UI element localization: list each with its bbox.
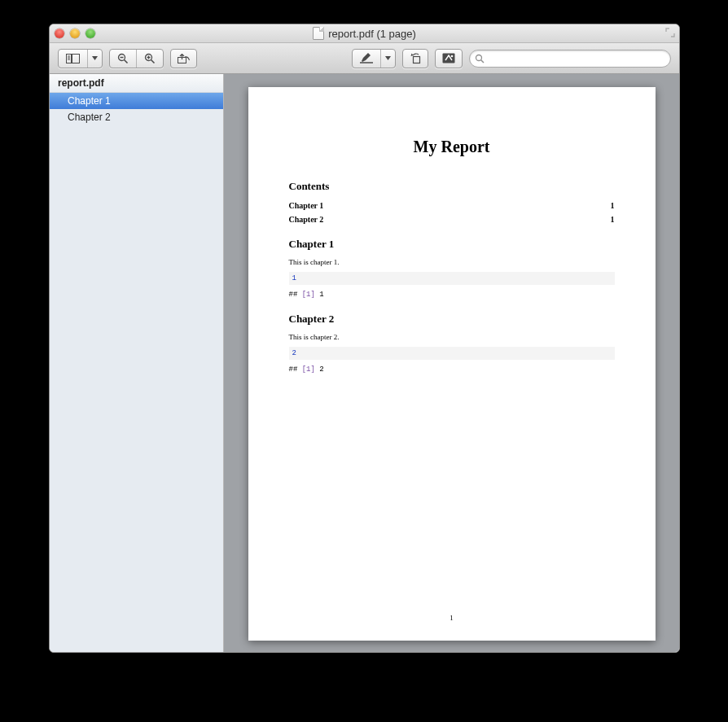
window-title-text: report.pdf (1 page) <box>328 28 416 40</box>
toc-row: Chapter 2 1 <box>289 214 615 225</box>
toc-label: Chapter 2 <box>289 214 324 225</box>
traffic-lights <box>55 28 95 38</box>
chapter-text: This is chapter 1. <box>289 257 615 267</box>
zoom-out-button[interactable] <box>110 50 137 68</box>
output-value: 2 <box>315 365 324 374</box>
outline-item-label: Chapter 1 <box>68 95 111 107</box>
outline-sidebar: report.pdf Chapter 1 Chapter 2 <box>50 74 224 652</box>
output-prefix: ## <box>289 291 302 299</box>
rotate-button[interactable] <box>402 49 428 68</box>
outline-item-chapter-1[interactable]: Chapter 1 <box>50 93 223 109</box>
toolbar <box>50 43 679 74</box>
output-bracket: [1] <box>302 291 315 299</box>
code-output: ## [1] 1 <box>289 290 615 300</box>
search-input[interactable] <box>488 52 665 65</box>
minimize-button[interactable] <box>70 28 80 38</box>
pdf-page: My Report Contents Chapter 1 1 Chapter 2… <box>248 87 656 641</box>
close-button[interactable] <box>55 28 64 38</box>
toc-label: Chapter 1 <box>289 200 324 212</box>
outline-item-label: Chapter 2 <box>68 112 111 123</box>
sidebar-header: report.pdf <box>50 74 223 93</box>
view-mode-group <box>58 49 103 68</box>
window-body: report.pdf Chapter 1 Chapter 2 My Report… <box>50 74 679 652</box>
chapter-text: This is chapter 2. <box>289 332 615 342</box>
svg-point-17 <box>476 55 482 60</box>
chapter-heading: Chapter 1 <box>289 237 615 252</box>
zoom-in-button[interactable] <box>137 50 163 68</box>
contents-heading: Contents <box>289 179 615 194</box>
view-mode-dropdown[interactable] <box>88 50 102 68</box>
zoom-button[interactable] <box>86 28 95 38</box>
window-title: report.pdf (1 page) <box>50 27 679 40</box>
code-output: ## [1] 2 <box>289 365 615 374</box>
svg-line-9 <box>151 59 155 63</box>
fullscreen-icon[interactable] <box>665 28 675 37</box>
output-prefix: ## <box>289 365 302 374</box>
toc-page: 1 <box>611 214 615 225</box>
svg-point-16 <box>451 55 454 58</box>
svg-rect-1 <box>72 54 80 63</box>
view-mode-button[interactable] <box>59 50 88 68</box>
preview-window: report.pdf (1 page) <box>49 24 680 653</box>
code-block: 2 <box>289 347 615 360</box>
chapter-heading: Chapter 2 <box>289 312 615 326</box>
output-bracket: [1] <box>302 365 315 374</box>
outline-item-chapter-2[interactable]: Chapter 2 <box>50 109 223 125</box>
search-icon <box>475 54 485 63</box>
highlight-button[interactable] <box>353 50 381 68</box>
page-number: 1 <box>248 613 656 623</box>
svg-rect-14 <box>414 56 420 63</box>
highlight-dropdown[interactable] <box>381 50 395 68</box>
document-title: My Report <box>289 136 615 158</box>
titlebar: report.pdf (1 page) <box>50 24 679 43</box>
document-icon <box>313 27 324 40</box>
toc-row: Chapter 1 1 <box>289 200 615 212</box>
document-viewport[interactable]: My Report Contents Chapter 1 1 Chapter 2… <box>224 74 679 652</box>
zoom-group <box>109 49 164 68</box>
search-field[interactable] <box>469 50 671 68</box>
code-block: 1 <box>289 272 615 285</box>
svg-line-18 <box>481 59 484 62</box>
toc-page: 1 <box>611 200 615 212</box>
svg-rect-0 <box>67 54 72 63</box>
output-value: 1 <box>315 291 324 299</box>
markup-button[interactable] <box>435 49 463 68</box>
highlight-group <box>352 49 396 68</box>
share-button[interactable] <box>170 49 197 68</box>
svg-line-6 <box>125 59 128 63</box>
